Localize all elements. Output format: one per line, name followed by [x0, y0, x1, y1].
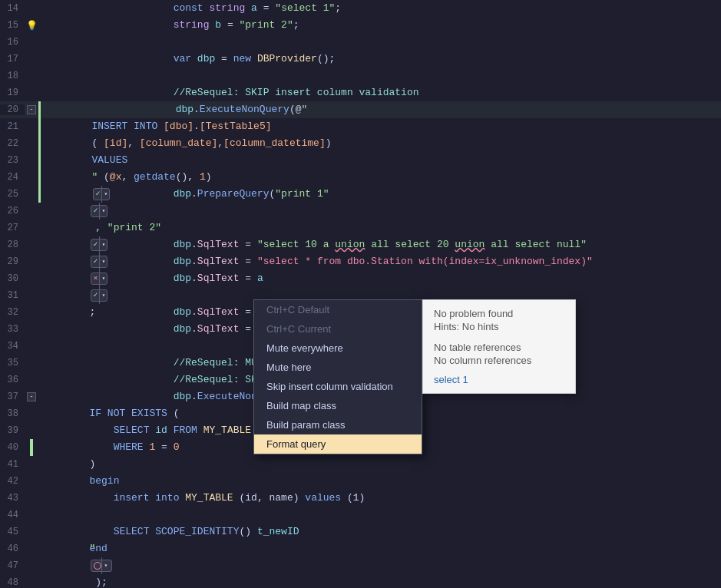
menu-item-mute-here[interactable]: Mute here	[254, 358, 422, 377]
line-number-28: 28	[0, 239, 25, 250]
line-number-30: 30	[0, 273, 25, 284]
line-number-48: 48	[0, 577, 25, 588]
code-line-17: 17 var dbp = new DBProvider();	[0, 51, 721, 68]
line-number-25: 25	[0, 189, 25, 200]
info-no-problem: No problem found	[434, 308, 564, 319]
line-number-44: 44	[0, 510, 25, 520]
line-number-42: 42	[0, 476, 25, 487]
fold-icon-37[interactable]: -	[27, 392, 36, 401]
line-number-17: 17	[0, 54, 25, 64]
inline-widget-check-27a[interactable]: ✓▾	[91, 205, 107, 217]
gutter-20: -	[25, 105, 38, 114]
info-select-val: select 1	[434, 374, 564, 385]
line-number-35: 35	[0, 358, 25, 368]
line-number-16: 16	[0, 37, 25, 48]
line-number-36: 36	[0, 375, 25, 385]
code-line-47: 47 " ▾ );	[0, 557, 721, 574]
line-number-40: 40	[0, 442, 25, 453]
menu-item-ctrl-c-current[interactable]: Ctrl+C Current	[254, 319, 422, 339]
line-number-32: 32	[0, 307, 25, 318]
menu-item-mute-everywhere[interactable]: Mute everywhere	[254, 339, 422, 358]
line-number-27: 27	[0, 223, 25, 233]
menu-list: Ctrl+C Default Ctrl+C Current Mute every…	[253, 299, 422, 454]
code-area: 14 const string a = "select 1"; 15 💡 str…	[0, 0, 721, 588]
info-no-col-refs: No column references	[434, 355, 564, 366]
line-number-41: 41	[0, 459, 25, 470]
line-number-20: 20	[0, 104, 25, 115]
inline-widget-circle-47[interactable]: ▾	[91, 560, 112, 572]
info-hints: Hints: No hints	[434, 321, 564, 332]
gutter-40	[25, 439, 38, 456]
line-number-43: 43	[0, 493, 25, 504]
line-number-33: 33	[0, 324, 25, 335]
line-number-34: 34	[0, 341, 25, 352]
green-bar-indicator	[30, 439, 33, 456]
gutter-15: 💡	[25, 20, 38, 31]
context-menu: Ctrl+C Default Ctrl+C Current Mute every…	[253, 299, 576, 454]
line-number-14: 14	[0, 3, 25, 14]
line-number-23: 23	[0, 155, 25, 166]
line-number-45: 45	[0, 527, 25, 537]
line-content-48	[38, 574, 721, 588]
line-number-47: 47	[0, 560, 25, 571]
fold-icon-20[interactable]: -	[27, 105, 36, 114]
lightbulb-icon: 💡	[26, 20, 37, 31]
line-number-22: 22	[0, 138, 25, 149]
editor-container: 14 const string a = "select 1"; 15 💡 str…	[0, 0, 721, 588]
line-number-19: 19	[0, 88, 25, 98]
gutter-37: -	[25, 392, 38, 401]
code-line-48: 48	[0, 574, 721, 588]
line-number-37: 37	[0, 391, 25, 402]
info-no-table-refs: No table references	[434, 342, 564, 353]
line-number-39: 39	[0, 425, 25, 436]
line-number-29: 29	[0, 256, 25, 267]
line-number-46: 46	[0, 543, 25, 554]
circle-icon-47	[94, 562, 101, 570]
line-number-31: 31	[0, 290, 25, 301]
info-panel: No problem found Hints: No hints No tabl…	[422, 299, 576, 394]
code-line-15: 15 💡 string b = "print 2";	[0, 17, 721, 34]
menu-item-build-map[interactable]: Build map class	[254, 396, 422, 415]
menu-item-skip-insert[interactable]: Skip insert column validation	[254, 377, 422, 396]
menu-item-ctrl-c-default[interactable]: Ctrl+C Default	[254, 300, 422, 319]
line-number-15: 15	[0, 20, 25, 31]
menu-item-format-query[interactable]: Format query	[254, 434, 422, 454]
code-line-43: 43 insert into MY_TABLE (id, name) value…	[0, 490, 721, 507]
menu-item-build-param[interactable]: Build param class	[254, 415, 422, 434]
line-number-26: 26	[0, 206, 25, 216]
line-number-18: 18	[0, 71, 25, 81]
line-number-38: 38	[0, 408, 25, 419]
line-number-21: 21	[0, 121, 25, 132]
line-number-24: 24	[0, 172, 25, 183]
